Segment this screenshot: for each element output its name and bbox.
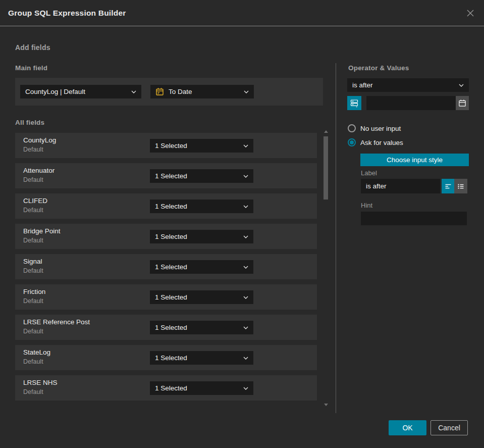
field-name: CLIFED [23, 197, 47, 205]
list-scrollbar [323, 129, 329, 407]
field-sub: Default [23, 146, 43, 153]
value-input[interactable] [366, 96, 456, 110]
field-row: Bridge Point Default 1 Selected [15, 224, 317, 249]
input-type-button[interactable] [347, 96, 361, 110]
hint-input[interactable] [361, 212, 467, 225]
ok-button[interactable]: OK [389, 420, 426, 435]
chevron-down-icon [244, 90, 249, 93]
field-selected-dropdown-label: 1 Selected [155, 354, 243, 362]
main-field-select[interactable]: CountyLog | Default [20, 85, 141, 98]
title-bar: Group SQL Expression Builder [0, 0, 484, 26]
choose-input-style-button[interactable]: Choose input style [360, 154, 469, 166]
chevron-down-icon [243, 235, 248, 238]
value-row [347, 96, 469, 110]
field-sub: Default [23, 267, 43, 274]
field-row: LRSE Reference Post Default 1 Selected [15, 315, 317, 340]
chevron-down-icon [243, 175, 248, 178]
field-row: CLIFED Default 1 Selected [15, 193, 317, 219]
field-selected-dropdown[interactable]: 1 Selected [150, 321, 253, 334]
align-left-icon [444, 182, 452, 190]
field-row: CountyLog Default 1 Selected [15, 133, 317, 158]
main-field-select-label: CountyLog | Default [25, 88, 131, 95]
field-name: LRSE Reference Post [23, 318, 90, 326]
label-heading: Label [361, 169, 377, 177]
dialog-title: Group SQL Expression Builder [8, 9, 126, 18]
field-selected-dropdown-label: 1 Selected [155, 203, 243, 210]
chevron-down-icon [243, 144, 248, 147]
field-selected-dropdown-label: 1 Selected [155, 142, 243, 150]
field-selected-dropdown[interactable]: 1 Selected [150, 290, 253, 304]
calendar-icon [458, 99, 466, 107]
date-field-select[interactable]: To Date [150, 85, 254, 98]
field-name: CountyLog [23, 136, 56, 144]
field-selected-dropdown[interactable]: 1 Selected [150, 230, 253, 243]
field-selected-dropdown-label: 1 Selected [155, 293, 243, 301]
field-sub: Default [23, 176, 43, 183]
chevron-down-icon [131, 90, 136, 93]
field-sub: Default [23, 297, 43, 305]
ask-for-values-label: Ask for values [360, 139, 403, 146]
field-selected-dropdown[interactable]: 1 Selected [150, 139, 253, 153]
field-sub: Default [23, 388, 43, 395]
add-fields-heading: Add fields [15, 43, 50, 52]
chevron-down-icon [243, 205, 248, 208]
field-selected-dropdown-label: 1 Selected [155, 384, 243, 392]
field-row: Friction Default 1 Selected [15, 284, 317, 310]
chevron-down-icon [459, 84, 464, 87]
radio-selected-icon [348, 138, 356, 146]
text-input-style-button[interactable] [442, 179, 454, 193]
label-input[interactable] [361, 179, 440, 193]
main-field-panel: CountyLog | Default To Date [15, 78, 323, 106]
field-row: StateLog Default 1 Selected [15, 345, 317, 370]
date-picker-button[interactable] [456, 96, 469, 110]
field-sub: Default [23, 237, 43, 244]
chevron-down-icon [243, 387, 248, 390]
field-selected-dropdown[interactable]: 1 Selected [150, 200, 253, 213]
no-user-input-label: No user input [360, 125, 401, 132]
field-selected-dropdown[interactable]: 1 Selected [150, 169, 253, 183]
field-name: Signal [23, 258, 42, 265]
field-selected-dropdown-label: 1 Selected [155, 172, 243, 180]
field-sub: Default [23, 207, 43, 214]
label-row [361, 179, 467, 193]
list-input-style-button[interactable] [454, 179, 467, 193]
bulleted-list-icon [457, 182, 465, 190]
chevron-down-icon [243, 357, 248, 360]
field-name: LRSE NHS [23, 379, 58, 386]
operator-values-heading: Operator & Values [348, 64, 409, 72]
ask-for-values-radio[interactable]: Ask for values [348, 138, 403, 146]
field-name: Friction [23, 288, 45, 295]
calendar-icon [155, 87, 164, 96]
field-name: Bridge Point [23, 227, 61, 235]
hint-heading: Hint [361, 202, 372, 209]
scrollbar-thumb[interactable] [324, 136, 328, 200]
operator-select[interactable]: is after [347, 78, 469, 92]
field-sub: Default [23, 328, 43, 335]
main-field-heading: Main field [15, 64, 47, 72]
field-sub: Default [23, 358, 43, 365]
operator-select-label: is after [352, 81, 459, 89]
date-field-select-label: To Date [169, 88, 244, 95]
all-fields-list: CountyLog Default 1 Selected Attenuator … [15, 133, 317, 406]
field-name: Attenuator [23, 167, 55, 174]
chevron-down-icon [243, 266, 248, 269]
field-selected-dropdown[interactable]: 1 Selected [150, 260, 253, 274]
field-selected-dropdown[interactable]: 1 Selected [150, 351, 253, 365]
stacked-rows-icon [350, 98, 359, 108]
cancel-button[interactable]: Cancel [431, 420, 468, 435]
vertical-divider [336, 63, 336, 413]
field-row: Attenuator Default 1 Selected [15, 163, 317, 188]
field-row: LRSE NHS Default 1 Selected [15, 375, 317, 401]
field-selected-dropdown-label: 1 Selected [155, 324, 243, 331]
scrollbar-up-arrow[interactable] [324, 130, 328, 133]
field-row: Signal Default 1 Selected [15, 254, 317, 279]
group-sql-expression-builder-dialog: Group SQL Expression Builder Add fields … [0, 0, 484, 448]
field-selected-dropdown-label: 1 Selected [155, 263, 243, 271]
scrollbar-down-arrow[interactable] [324, 404, 328, 406]
chevron-down-icon [243, 326, 248, 329]
no-user-input-radio[interactable]: No user input [348, 124, 401, 132]
close-icon[interactable] [465, 8, 476, 19]
field-selected-dropdown-label: 1 Selected [155, 233, 243, 240]
field-selected-dropdown[interactable]: 1 Selected [150, 381, 253, 395]
chevron-down-icon [243, 296, 248, 299]
